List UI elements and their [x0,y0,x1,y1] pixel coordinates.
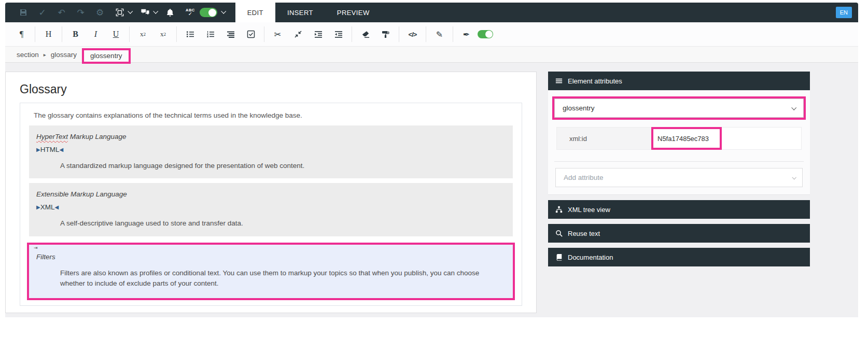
chevron-down-icon [128,9,133,14]
redo-icon[interactable]: ↷ [71,3,90,22]
separator [264,26,264,42]
paint-roller-button[interactable] [375,25,396,44]
breadcrumb-item-glossary[interactable]: glossary [51,51,77,59]
tab-insert[interactable]: INSERT [275,3,325,22]
frame-select-dropdown[interactable] [113,3,135,22]
superscript-button[interactable]: x2 [133,25,153,44]
paragraph-button[interactable]: ¶ [11,25,32,44]
panel-title: Documentation [568,254,613,261]
chevron-down-icon [153,9,158,14]
separator [35,26,35,42]
glossdef: A standardized markup language designed … [60,161,495,171]
indent-button[interactable] [308,25,328,44]
mode-tabs: EDIT INSERT PREVIEW [235,3,382,22]
heading-button[interactable]: H [38,25,59,44]
comments-dropdown[interactable] [138,3,160,22]
formatting-toolbar: ¶ H B I U x2 x2 ✂ </> ✎ ✒ [5,22,858,47]
breadcrumb-item-glossentry-highlighted[interactable]: glossentry [82,48,131,64]
spellcheck-icon: ABC ✓ [186,8,195,17]
attribute-row-xmlid: xml:id [556,127,802,150]
tab-edit[interactable]: EDIT [235,3,275,22]
notifications-bell-icon[interactable] [160,3,179,22]
tree-icon [555,206,563,213]
underline-button[interactable]: U [106,25,126,44]
chevron-down-icon [791,105,796,110]
xmlid-value-input[interactable] [656,134,717,143]
divider [554,161,804,162]
language-badge[interactable]: EN [836,7,852,18]
panel-title: Element attributes [568,77,622,85]
numbered-list-button[interactable] [200,25,220,44]
right-sidebar: Element attributes glossentry xml:id [548,72,810,266]
bullet-list-button[interactable] [180,25,200,44]
inline-end-marker: ◀ [59,147,63,152]
editor-canvas: Glossary The glossary contains explanati… [5,72,537,313]
add-attribute-input[interactable] [563,173,792,182]
spellcheck-control[interactable]: ABC ✓ [183,3,228,22]
glossentry-xml[interactable]: Extensible Markup Language ▶XML◀ A self-… [29,183,513,236]
toggle-knob [485,31,493,38]
breadcrumb-item-section[interactable]: section [17,51,39,59]
acronym-line: ▶XML◀ [36,203,506,211]
save-icon[interactable] [13,3,33,22]
inline-end-marker: ◀ [54,204,59,210]
element-select[interactable]: glossentry [554,98,804,118]
attribute-name-label: xml:id [557,128,651,149]
attribute-value-highlight [651,127,722,150]
quill-icon[interactable]: ✒ [456,25,477,44]
glossentry-filters-selected[interactable]: ⇥ Filters Filters are also known as prof… [27,243,515,301]
page-title: Glossary [20,82,522,96]
separator [352,26,352,42]
subscript-button[interactable]: x2 [153,25,173,44]
settings-gear-icon[interactable]: ⚙ [90,3,109,22]
inline-start-marker: ▶ [36,147,40,152]
attributes-list-icon [555,77,563,84]
definition-list-button[interactable] [220,25,241,44]
cut-scissors-button[interactable]: ✂ [268,25,288,44]
glossdef: Filters are also known as profiles or co… [60,268,495,289]
add-attribute-field[interactable] [555,168,803,187]
code-view-button[interactable]: </> [402,25,423,44]
chevron-down-icon [221,9,226,14]
panel-title: Reuse text [568,230,600,237]
separator [176,26,177,42]
separator [426,26,426,42]
xml-tree-view-header[interactable]: XML tree view [548,200,810,219]
glossary-container[interactable]: The glossary contains explanations of th… [20,103,522,306]
main-area: Glossary The glossary contains explanati… [5,63,858,317]
outdent-button[interactable] [328,25,348,44]
glossentry-html[interactable]: HyperText Markup Language ▶HTML◀ A stand… [29,125,513,178]
documentation-header[interactable]: Documentation [548,248,810,266]
approve-check-icon[interactable]: ✓ [33,3,52,22]
edit-pencil-button[interactable]: ✎ [429,25,450,44]
glossterm: Extensible Markup Language [36,190,506,198]
breadcrumb-separator: ▸ [44,52,46,58]
spellcheck-toggle[interactable] [200,8,217,17]
check-list-button[interactable] [241,25,261,44]
merge-compress-button[interactable] [288,25,308,44]
panel-title: XML tree view [568,206,610,214]
glossdef: A self-descriptive language used to stor… [60,218,495,229]
glossterm: HyperText Markup Language [36,133,506,140]
tab-preview[interactable]: PREVIEW [325,3,382,22]
toggle-knob [208,9,216,17]
reuse-text-header[interactable]: Reuse text [548,224,810,243]
acronym-line: ▶HTML◀ [36,146,506,153]
frame-select-icon [116,8,124,17]
book-icon [555,254,563,261]
bold-button[interactable]: B [65,25,86,44]
glossary-intro[interactable]: The glossary contains explanations of th… [34,111,513,119]
chevron-down-icon [792,175,796,179]
undo-icon[interactable]: ↶ [52,3,71,22]
glossentry-profiling[interactable]: Profiling glosssee [29,305,513,306]
separator [399,26,399,42]
breadcrumb: section ▸ glossary glossentry [5,47,858,63]
track-changes-toggle[interactable] [478,30,493,38]
comments-icon [141,8,149,17]
italic-button[interactable]: I [86,25,106,44]
eraser-button[interactable] [355,25,375,44]
element-attributes-body: glossentry xml:id [548,90,810,195]
glossterm: Filters [36,253,506,261]
attribute-value-zone [651,128,801,149]
element-attributes-header[interactable]: Element attributes [548,72,810,90]
